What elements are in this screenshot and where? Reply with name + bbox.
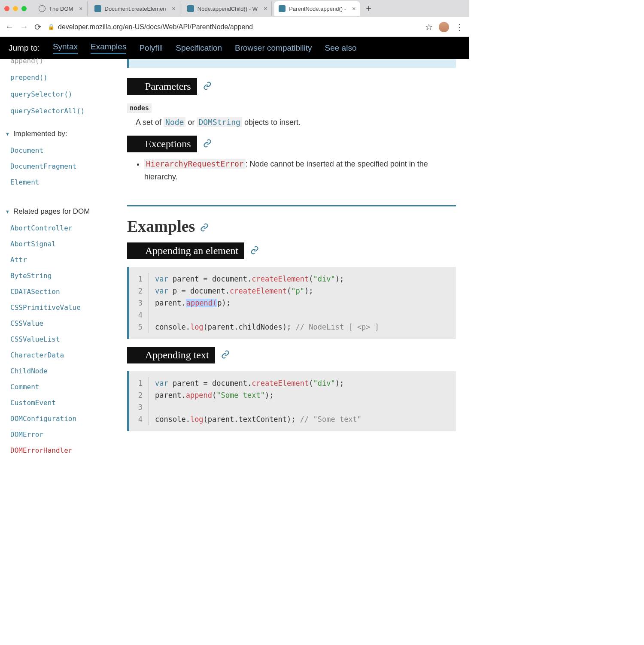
caret-down-icon: ▼ xyxy=(5,209,10,214)
sidebar-link-attr[interactable]: Attr xyxy=(10,252,118,268)
main-content: Parameters nodes A set of Node or DOMStr… xyxy=(118,59,469,467)
jump-link-examples[interactable]: Examples xyxy=(91,42,126,54)
link-domstring[interactable]: DOMString xyxy=(197,117,242,127)
tab-label: ParentNode.append() - xyxy=(289,6,346,12)
sidebar-section-related[interactable]: ▼ Related pages for DOM xyxy=(5,207,118,216)
address-bar: ← → ⟳ 🔒 developer.mozilla.org/en-US/docs… xyxy=(0,17,469,37)
reload-button[interactable]: ⟳ xyxy=(34,22,42,32)
maximize-window-button[interactable] xyxy=(21,6,27,11)
heading-exceptions: Exceptions xyxy=(127,136,197,152)
sidebar-link-cssvalue[interactable]: CSSValue xyxy=(10,315,118,331)
sidebar-method-prepend[interactable]: prepend() xyxy=(10,69,118,86)
forward-button[interactable]: → xyxy=(20,22,28,32)
sidebar: append() prepend() querySelector() query… xyxy=(0,59,118,467)
link-hierarchyrequesterror[interactable]: HierarchyRequestError xyxy=(144,159,246,169)
mdn-icon xyxy=(279,5,286,12)
tab-label: Document.createElemen xyxy=(105,6,166,12)
link-node[interactable]: Node xyxy=(164,117,185,127)
browser-chrome: The DOM × Document.createElemen × Node.a… xyxy=(0,0,469,37)
tab-the-dom[interactable]: The DOM × xyxy=(34,1,88,16)
tab-create-element[interactable]: Document.createElemen × xyxy=(90,1,180,16)
sidebar-method-queryselectorall[interactable]: querySelectorAll() xyxy=(10,103,118,119)
sidebar-link-childnode[interactable]: ChildNode xyxy=(10,363,118,379)
tab-label: Node.appendChild() - W xyxy=(197,6,258,12)
heading-parameters: Parameters xyxy=(127,78,197,95)
section-divider xyxy=(127,205,456,206)
sidebar-link-abortcontroller[interactable]: AbortController xyxy=(10,220,118,236)
close-icon[interactable]: × xyxy=(76,5,82,12)
close-window-button[interactable] xyxy=(4,6,9,11)
close-icon[interactable]: × xyxy=(349,5,355,12)
exception-item: HierarchyRequestError: Node cannot be in… xyxy=(144,157,456,184)
lock-icon: 🔒 xyxy=(48,24,55,30)
jump-link-see-also[interactable]: See also xyxy=(325,43,357,53)
close-icon[interactable]: × xyxy=(170,5,176,12)
menu-button[interactable]: ⋮ xyxy=(455,22,464,32)
sidebar-link-abortsignal[interactable]: AbortSignal xyxy=(10,236,118,252)
code-example-1[interactable]: 1var parent = document.createElement("di… xyxy=(127,267,456,339)
heading-appending-element: Appending an element xyxy=(127,242,244,259)
profile-avatar[interactable] xyxy=(439,22,449,32)
jump-link-syntax[interactable]: Syntax xyxy=(53,42,78,54)
jump-label: Jump to: xyxy=(9,43,40,53)
sidebar-link-cssprimitivevalue[interactable]: CSSPrimitiveValue xyxy=(10,300,118,315)
sidebar-section-implemented-by[interactable]: ▼ Implemented by: xyxy=(5,130,118,138)
sidebar-link-element[interactable]: Element xyxy=(10,174,118,190)
anchor-link-icon[interactable] xyxy=(203,82,212,91)
jump-link-specification[interactable]: Specification xyxy=(176,43,222,53)
jump-link-browser-compat[interactable]: Browser compatibility xyxy=(235,43,312,53)
anchor-link-icon[interactable] xyxy=(200,217,209,236)
note-banner-edge xyxy=(127,59,456,68)
sidebar-link-domconfiguration[interactable]: DOMConfiguration xyxy=(10,411,118,427)
tab-append-child[interactable]: Node.appendChild() - W × xyxy=(183,1,272,16)
sidebar-link-domerror[interactable]: DOMError xyxy=(10,427,118,442)
caret-down-icon: ▼ xyxy=(5,131,10,136)
sidebar-link-documentfragment[interactable]: DocumentFragment xyxy=(10,158,118,174)
url-text: developer.mozilla.org/en-US/docs/Web/API… xyxy=(58,23,253,31)
anchor-link-icon[interactable] xyxy=(221,350,230,360)
heading-appending-text: Appending text xyxy=(127,347,215,363)
param-name: nodes xyxy=(127,103,152,113)
sidebar-link-domerrorhandler[interactable]: DOMErrorHandler xyxy=(10,442,118,458)
tab-label: The DOM xyxy=(49,6,73,12)
param-description: A set of Node or DOMString objects to in… xyxy=(136,116,456,129)
sidebar-link-cdatasection[interactable]: CDATASection xyxy=(10,284,118,300)
anchor-link-icon[interactable] xyxy=(203,139,212,149)
sidebar-link-cssvaluelist[interactable]: CSSValueList xyxy=(10,331,118,347)
new-tab-button[interactable]: + xyxy=(362,3,375,14)
jump-link-polyfill[interactable]: Polyfill xyxy=(139,43,163,53)
code-example-2[interactable]: 1var parent = document.createElement("di… xyxy=(127,371,456,431)
sidebar-link-customevent[interactable]: CustomEvent xyxy=(10,395,118,411)
sidebar-link-document[interactable]: Document xyxy=(10,142,118,158)
mdn-icon xyxy=(94,5,101,12)
sidebar-method-append[interactable]: append() xyxy=(10,57,118,69)
url-field[interactable]: 🔒 developer.mozilla.org/en-US/docs/Web/A… xyxy=(48,23,419,31)
sidebar-link-characterdata[interactable]: CharacterData xyxy=(10,347,118,363)
jump-to-nav: Jump to: Syntax Examples Polyfill Specif… xyxy=(0,37,469,59)
heading-examples: Examples xyxy=(127,217,456,236)
sidebar-method-queryselector[interactable]: querySelector() xyxy=(10,86,118,103)
window-controls xyxy=(4,6,27,11)
globe-icon xyxy=(39,5,46,12)
minimize-window-button[interactable] xyxy=(13,6,18,11)
bookmark-button[interactable]: ☆ xyxy=(425,22,433,32)
sidebar-link-comment[interactable]: Comment xyxy=(10,379,118,395)
selected-text: append( xyxy=(186,299,218,307)
anchor-link-icon[interactable] xyxy=(250,246,259,256)
close-icon[interactable]: × xyxy=(261,5,267,12)
mdn-icon xyxy=(187,5,194,12)
sidebar-link-bytestring[interactable]: ByteString xyxy=(10,268,118,284)
tab-parentnode-append[interactable]: ParentNode.append() - × xyxy=(274,1,360,16)
back-button[interactable]: ← xyxy=(5,22,14,32)
tab-bar: The DOM × Document.createElemen × Node.a… xyxy=(0,0,469,17)
